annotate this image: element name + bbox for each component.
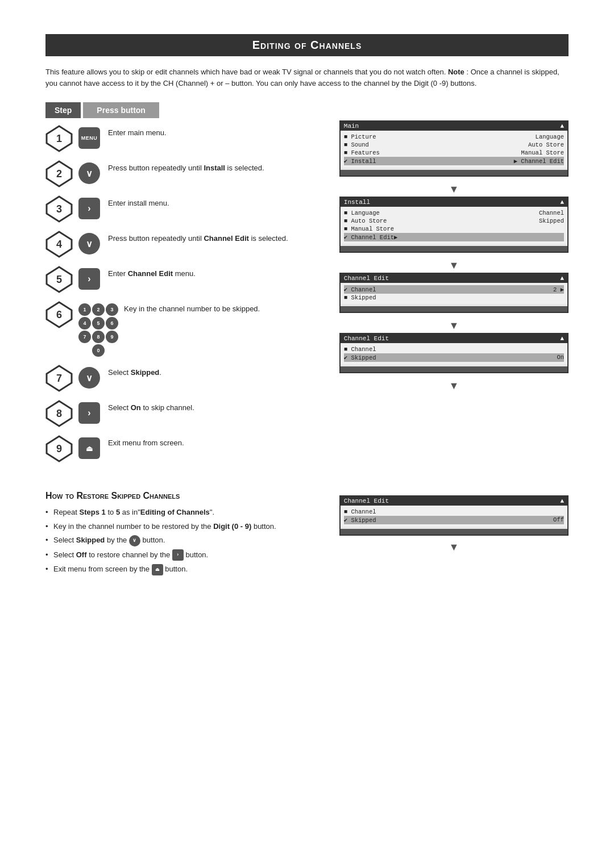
screen-3-header: Channel Edit ▲: [341, 274, 567, 283]
right-button[interactable]: ›: [78, 198, 100, 219]
step-6-num: 6: [56, 309, 62, 321]
step-7-num: 7: [56, 373, 62, 385]
restore-bullet-4: Select Off to restore channel by the › b…: [45, 549, 326, 561]
step-6-text: Key in the channel number to be skipped.: [124, 303, 326, 315]
digit-9[interactable]: 9: [106, 331, 118, 343]
step-5-num: 5: [56, 274, 62, 286]
screen-row-highlighted: ✔ Channel2 ▶: [344, 285, 564, 294]
step-row: 9 ⏏ Exit menu from screen.: [45, 435, 326, 462]
screen-row-highlighted: ✔ Install▶ Channel Edit: [344, 157, 564, 165]
screen-3-title: Channel Edit: [344, 275, 389, 282]
down-button[interactable]: ∨: [78, 162, 100, 184]
step-4-num: 4: [56, 239, 62, 251]
step-2-text: Press button repeatedly until Install is…: [108, 162, 326, 174]
page-title: Editing of Channels: [45, 34, 569, 56]
screen-row: ■ Manual Store: [344, 225, 564, 233]
screen-row-highlighted: ✔ SkippedOn: [344, 353, 564, 362]
digit-0[interactable]: 0: [92, 344, 105, 357]
screen-4-body: ■ Channel ✔ SkippedOn: [341, 343, 567, 364]
arrow-down-1: ▼: [339, 183, 569, 195]
right-button-2[interactable]: ›: [78, 268, 100, 290]
intro-text: This feature allows you to skip or edit …: [45, 66, 569, 89]
step-3-content: › Enter install menu.: [78, 195, 326, 219]
restore-screen-footer: [341, 529, 567, 535]
screen-1: Main ▲ ■ PictureLanguage ■ SoundAuto Sto…: [339, 120, 569, 177]
right-button-3[interactable]: ›: [78, 402, 100, 424]
digit-1[interactable]: 1: [78, 303, 91, 316]
screen-row: ■ Skipped: [344, 294, 564, 302]
restore-bullet-5: Exit menu from screen by the ⏏ button.: [45, 564, 326, 575]
screen-row: ■ FeaturesManual Store: [344, 149, 564, 157]
screen-4-header: Channel Edit ▲: [341, 334, 567, 343]
step-9-text: Exit menu from screen.: [108, 437, 326, 449]
exit-icon-inline: ⏏: [152, 564, 163, 575]
screen-1-title: Main: [344, 123, 359, 130]
step-4-content: ∨ Press button repeatedly until Channel …: [78, 231, 326, 254]
step-8-diamond: 8: [45, 400, 73, 427]
digit-3[interactable]: 3: [106, 303, 118, 316]
digit-5[interactable]: 5: [92, 317, 105, 329]
header-step: Step: [45, 102, 81, 118]
step-4-text: Press button repeatedly until Channel Ed…: [108, 233, 326, 244]
step-4-diamond: 4: [45, 231, 73, 258]
menu-button[interactable]: MENU: [78, 127, 100, 149]
screen-3-footer: [341, 306, 567, 312]
down-icon-inline: ∨: [129, 535, 140, 546]
arrow-down-2: ▼: [339, 260, 569, 272]
step-row: 2 ∨ Press button repeatedly until Instal…: [45, 160, 326, 187]
step-9-num: 9: [56, 443, 62, 455]
screen-4-arrow: ▲: [560, 335, 564, 342]
digit-grid: 1 2 3 4 5 6 7 8 9 0: [78, 303, 118, 357]
restore-bullet-2: Key in the channel number to be restored…: [45, 521, 326, 532]
screen-2-arrow: ▲: [560, 199, 564, 206]
screen-row: ■ Channel: [344, 508, 564, 516]
restore-screen-header: Channel Edit ▲: [341, 496, 567, 506]
step-6-diamond: 6: [45, 301, 73, 328]
screen-2-body: ■ LanguageChannel ■ Auto StoreSkipped ■ …: [341, 207, 567, 244]
down-button-2[interactable]: ∨: [78, 233, 100, 254]
screen-row-highlighted: ✔ SkippedOff: [344, 516, 564, 524]
restore-screen-title: Channel Edit: [344, 498, 389, 504]
right-column: Main ▲ ■ PictureLanguage ■ SoundAuto Sto…: [339, 102, 569, 470]
arrow-down-4: ▼: [339, 380, 569, 392]
step-3-num: 3: [56, 203, 62, 215]
header-press: Press button: [83, 102, 159, 118]
step-row: 4 ∨ Press button repeatedly until Channe…: [45, 231, 326, 258]
screen-row: ■ Auto StoreSkipped: [344, 217, 564, 225]
step-5-text: Enter Channel Edit menu.: [108, 268, 326, 279]
step-3-text: Enter install menu.: [108, 198, 326, 209]
screen-4-title: Channel Edit: [344, 335, 389, 342]
screen-3-arrow: ▲: [560, 275, 564, 282]
step-row: 1 MENU Enter main menu.: [45, 125, 326, 152]
restore-screen-body: ■ Channel ✔ SkippedOff: [341, 506, 567, 527]
screen-row-highlighted: ✔ Channel Edit▶: [344, 233, 564, 241]
down-button-3[interactable]: ∨: [78, 367, 100, 389]
exit-button[interactable]: ⏏: [78, 437, 100, 459]
screen-row: ■ LanguageChannel: [344, 209, 564, 217]
step-1-text: Enter main menu.: [108, 127, 326, 139]
screen-3-body: ✔ Channel2 ▶ ■ Skipped: [341, 283, 567, 304]
step-7-content: ∨ Select Skipped.: [78, 365, 326, 389]
step-9-content: ⏏ Exit menu from screen.: [78, 435, 326, 459]
digit-6[interactable]: 6: [106, 317, 118, 329]
step-3-diamond: 3: [45, 195, 73, 223]
step-8-text: Select On to skip channel.: [108, 402, 326, 414]
screen-1-footer: [341, 170, 567, 176]
step-6-content: 1 2 3 4 5 6 7 8 9 0 Key in the channel n…: [78, 301, 326, 357]
digit-4[interactable]: 4: [78, 317, 91, 329]
step-1-num: 1: [56, 133, 62, 145]
step-2-content: ∨ Press button repeatedly until Install …: [78, 160, 326, 184]
screen-row: ■ Channel: [344, 345, 564, 353]
digit-2[interactable]: 2: [92, 303, 105, 316]
screen-3: Channel Edit ▲ ✔ Channel2 ▶ ■ Skipped: [339, 273, 569, 313]
restore-left: How to Restore Skipped Channels Repeat S…: [45, 475, 326, 578]
digit-7[interactable]: 7: [78, 331, 91, 343]
digit-8[interactable]: 8: [92, 331, 105, 343]
restore-screen-arrow: ▲: [560, 498, 564, 504]
screen-2-title: Install: [344, 199, 370, 206]
screen-row: ■ PictureLanguage: [344, 133, 564, 141]
arrow-down-3: ▼: [339, 320, 569, 332]
restore-bullet-1: Repeat Steps 1 to 5 as in"Editing of Cha…: [45, 507, 326, 518]
restore-right: Channel Edit ▲ ■ Channel ✔ SkippedOff ▼: [339, 475, 569, 578]
left-column: Step Press button 1 MENU Enter main menu…: [45, 102, 326, 470]
